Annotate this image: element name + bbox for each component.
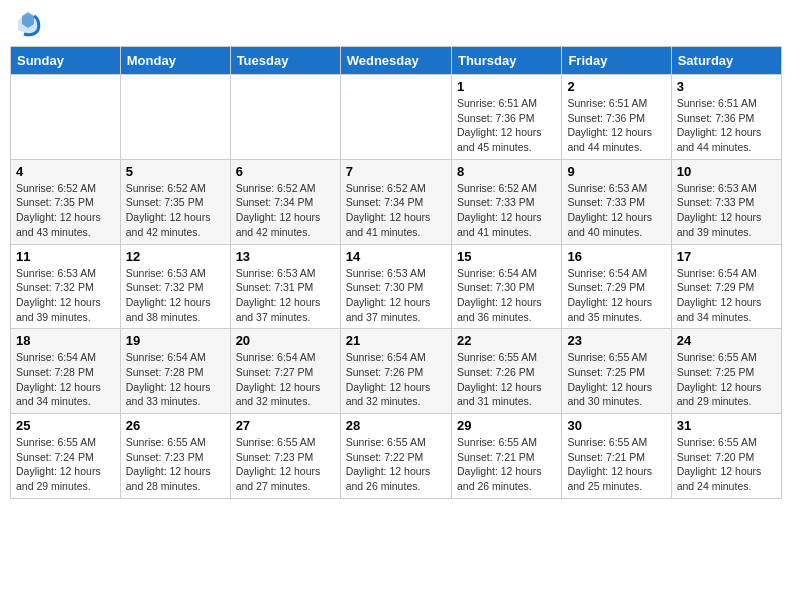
day-info: Sunrise: 6:53 AM Sunset: 7:33 PM Dayligh…: [677, 181, 776, 240]
calendar-cell: 19Sunrise: 6:54 AM Sunset: 7:28 PM Dayli…: [120, 329, 230, 414]
calendar-cell: 29Sunrise: 6:55 AM Sunset: 7:21 PM Dayli…: [451, 414, 561, 499]
calendar-cell: 28Sunrise: 6:55 AM Sunset: 7:22 PM Dayli…: [340, 414, 451, 499]
day-info: Sunrise: 6:55 AM Sunset: 7:25 PM Dayligh…: [677, 350, 776, 409]
day-number: 4: [16, 164, 115, 179]
day-info: Sunrise: 6:54 AM Sunset: 7:28 PM Dayligh…: [16, 350, 115, 409]
calendar-cell: 31Sunrise: 6:55 AM Sunset: 7:20 PM Dayli…: [671, 414, 781, 499]
day-number: 19: [126, 333, 225, 348]
day-number: 13: [236, 249, 335, 264]
header-day-wednesday: Wednesday: [340, 47, 451, 75]
day-number: 17: [677, 249, 776, 264]
calendar-cell: 8Sunrise: 6:52 AM Sunset: 7:33 PM Daylig…: [451, 159, 561, 244]
calendar-header: SundayMondayTuesdayWednesdayThursdayFrid…: [11, 47, 782, 75]
day-info: Sunrise: 6:55 AM Sunset: 7:24 PM Dayligh…: [16, 435, 115, 494]
calendar-cell: 3Sunrise: 6:51 AM Sunset: 7:36 PM Daylig…: [671, 75, 781, 160]
day-number: 22: [457, 333, 556, 348]
day-number: 1: [457, 79, 556, 94]
day-number: 31: [677, 418, 776, 433]
day-number: 6: [236, 164, 335, 179]
day-number: 25: [16, 418, 115, 433]
day-info: Sunrise: 6:54 AM Sunset: 7:26 PM Dayligh…: [346, 350, 446, 409]
calendar-cell: 6Sunrise: 6:52 AM Sunset: 7:34 PM Daylig…: [230, 159, 340, 244]
day-number: 15: [457, 249, 556, 264]
calendar-cell: 5Sunrise: 6:52 AM Sunset: 7:35 PM Daylig…: [120, 159, 230, 244]
day-info: Sunrise: 6:52 AM Sunset: 7:34 PM Dayligh…: [346, 181, 446, 240]
day-number: 7: [346, 164, 446, 179]
header-day-friday: Friday: [562, 47, 671, 75]
week-row-4: 18Sunrise: 6:54 AM Sunset: 7:28 PM Dayli…: [11, 329, 782, 414]
day-number: 18: [16, 333, 115, 348]
day-number: 27: [236, 418, 335, 433]
header-day-monday: Monday: [120, 47, 230, 75]
logo: [14, 10, 46, 38]
day-number: 20: [236, 333, 335, 348]
day-info: Sunrise: 6:55 AM Sunset: 7:23 PM Dayligh…: [126, 435, 225, 494]
calendar-cell: 24Sunrise: 6:55 AM Sunset: 7:25 PM Dayli…: [671, 329, 781, 414]
day-info: Sunrise: 6:55 AM Sunset: 7:22 PM Dayligh…: [346, 435, 446, 494]
calendar-cell: 11Sunrise: 6:53 AM Sunset: 7:32 PM Dayli…: [11, 244, 121, 329]
day-number: 11: [16, 249, 115, 264]
calendar-cell: 16Sunrise: 6:54 AM Sunset: 7:29 PM Dayli…: [562, 244, 671, 329]
day-number: 8: [457, 164, 556, 179]
day-info: Sunrise: 6:53 AM Sunset: 7:33 PM Dayligh…: [567, 181, 665, 240]
week-row-3: 11Sunrise: 6:53 AM Sunset: 7:32 PM Dayli…: [11, 244, 782, 329]
day-info: Sunrise: 6:51 AM Sunset: 7:36 PM Dayligh…: [677, 96, 776, 155]
day-info: Sunrise: 6:54 AM Sunset: 7:29 PM Dayligh…: [677, 266, 776, 325]
calendar-cell: 17Sunrise: 6:54 AM Sunset: 7:29 PM Dayli…: [671, 244, 781, 329]
calendar-body: 1Sunrise: 6:51 AM Sunset: 7:36 PM Daylig…: [11, 75, 782, 499]
day-number: 2: [567, 79, 665, 94]
calendar-cell: 22Sunrise: 6:55 AM Sunset: 7:26 PM Dayli…: [451, 329, 561, 414]
calendar-cell: 26Sunrise: 6:55 AM Sunset: 7:23 PM Dayli…: [120, 414, 230, 499]
day-info: Sunrise: 6:53 AM Sunset: 7:30 PM Dayligh…: [346, 266, 446, 325]
calendar-table: SundayMondayTuesdayWednesdayThursdayFrid…: [10, 46, 782, 499]
calendar-cell: [230, 75, 340, 160]
day-info: Sunrise: 6:53 AM Sunset: 7:31 PM Dayligh…: [236, 266, 335, 325]
calendar-cell: 13Sunrise: 6:53 AM Sunset: 7:31 PM Dayli…: [230, 244, 340, 329]
day-info: Sunrise: 6:52 AM Sunset: 7:35 PM Dayligh…: [16, 181, 115, 240]
calendar-cell: 14Sunrise: 6:53 AM Sunset: 7:30 PM Dayli…: [340, 244, 451, 329]
calendar-cell: 25Sunrise: 6:55 AM Sunset: 7:24 PM Dayli…: [11, 414, 121, 499]
calendar-cell: 18Sunrise: 6:54 AM Sunset: 7:28 PM Dayli…: [11, 329, 121, 414]
calendar-cell: 23Sunrise: 6:55 AM Sunset: 7:25 PM Dayli…: [562, 329, 671, 414]
page-header: [10, 10, 782, 38]
day-number: 29: [457, 418, 556, 433]
day-number: 28: [346, 418, 446, 433]
day-number: 21: [346, 333, 446, 348]
day-info: Sunrise: 6:55 AM Sunset: 7:21 PM Dayligh…: [567, 435, 665, 494]
day-number: 9: [567, 164, 665, 179]
calendar-cell: 21Sunrise: 6:54 AM Sunset: 7:26 PM Dayli…: [340, 329, 451, 414]
calendar-cell: 4Sunrise: 6:52 AM Sunset: 7:35 PM Daylig…: [11, 159, 121, 244]
calendar-cell: 20Sunrise: 6:54 AM Sunset: 7:27 PM Dayli…: [230, 329, 340, 414]
calendar-cell: 1Sunrise: 6:51 AM Sunset: 7:36 PM Daylig…: [451, 75, 561, 160]
day-info: Sunrise: 6:54 AM Sunset: 7:29 PM Dayligh…: [567, 266, 665, 325]
day-info: Sunrise: 6:53 AM Sunset: 7:32 PM Dayligh…: [16, 266, 115, 325]
calendar-cell: 12Sunrise: 6:53 AM Sunset: 7:32 PM Dayli…: [120, 244, 230, 329]
header-day-sunday: Sunday: [11, 47, 121, 75]
calendar-cell: 9Sunrise: 6:53 AM Sunset: 7:33 PM Daylig…: [562, 159, 671, 244]
day-number: 10: [677, 164, 776, 179]
day-number: 16: [567, 249, 665, 264]
calendar-cell: [120, 75, 230, 160]
day-number: 23: [567, 333, 665, 348]
day-number: 5: [126, 164, 225, 179]
calendar-cell: 7Sunrise: 6:52 AM Sunset: 7:34 PM Daylig…: [340, 159, 451, 244]
calendar-cell: 27Sunrise: 6:55 AM Sunset: 7:23 PM Dayli…: [230, 414, 340, 499]
calendar-cell: 15Sunrise: 6:54 AM Sunset: 7:30 PM Dayli…: [451, 244, 561, 329]
calendar-cell: [340, 75, 451, 160]
header-day-tuesday: Tuesday: [230, 47, 340, 75]
day-info: Sunrise: 6:54 AM Sunset: 7:27 PM Dayligh…: [236, 350, 335, 409]
day-info: Sunrise: 6:55 AM Sunset: 7:21 PM Dayligh…: [457, 435, 556, 494]
day-number: 12: [126, 249, 225, 264]
day-number: 26: [126, 418, 225, 433]
week-row-5: 25Sunrise: 6:55 AM Sunset: 7:24 PM Dayli…: [11, 414, 782, 499]
logo-icon: [14, 10, 42, 38]
day-info: Sunrise: 6:52 AM Sunset: 7:33 PM Dayligh…: [457, 181, 556, 240]
week-row-2: 4Sunrise: 6:52 AM Sunset: 7:35 PM Daylig…: [11, 159, 782, 244]
day-info: Sunrise: 6:51 AM Sunset: 7:36 PM Dayligh…: [457, 96, 556, 155]
calendar-cell: [11, 75, 121, 160]
day-number: 14: [346, 249, 446, 264]
day-info: Sunrise: 6:52 AM Sunset: 7:34 PM Dayligh…: [236, 181, 335, 240]
day-info: Sunrise: 6:51 AM Sunset: 7:36 PM Dayligh…: [567, 96, 665, 155]
header-day-thursday: Thursday: [451, 47, 561, 75]
day-number: 30: [567, 418, 665, 433]
